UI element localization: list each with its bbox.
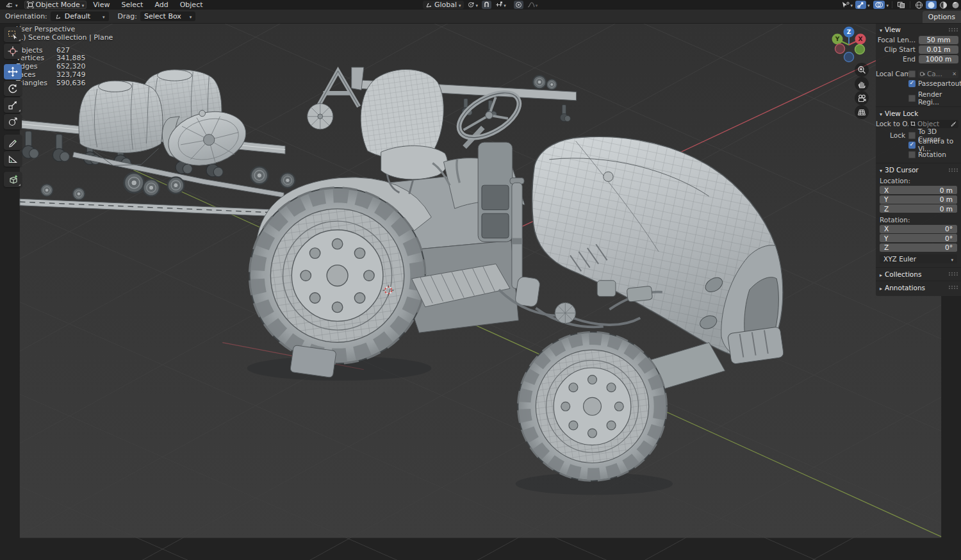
object-visibility-dropdown[interactable] (840, 1, 854, 9)
pan-button[interactable] (855, 77, 869, 91)
panel-annotations: Annotations (876, 281, 961, 294)
focal-length-field[interactable]: 50 mm (919, 36, 958, 44)
panel-annotations-header[interactable]: Annotations (876, 283, 961, 293)
show-gizmo-toggle[interactable] (855, 1, 866, 9)
passepartout-label: Passepartout (918, 79, 961, 87)
tool-move[interactable] (4, 64, 22, 79)
mode-label: Object Mode (36, 1, 80, 9)
shading-material-icon (939, 1, 948, 9)
3d-viewport-editor-icon (5, 1, 13, 8)
lock-to-object-label: Lock to O... (876, 120, 908, 128)
menu-add[interactable]: Add (149, 1, 173, 9)
tool-transform[interactable] (4, 114, 22, 129)
render-region-checkbox[interactable] (908, 95, 916, 102)
panel-view-header[interactable]: View (876, 24, 961, 35)
shading-rendered-icon (951, 1, 960, 9)
pivot-point-dropdown[interactable] (466, 1, 480, 9)
menu-object[interactable]: Object (175, 1, 208, 9)
viewport-header: Object Mode View Select Add Object Globa… (0, 0, 961, 10)
tool-select-box[interactable] (4, 27, 22, 42)
camera-view-button[interactable] (855, 91, 869, 105)
shading-solid-button[interactable] (926, 1, 937, 9)
object-mini-icon (910, 121, 916, 126)
tool-add-cube[interactable] (4, 172, 22, 187)
gizmo-x-label: X (858, 36, 863, 42)
lock-rotation-checkbox[interactable] (908, 151, 916, 158)
zoom-button[interactable] (855, 63, 869, 77)
gizmo-icon (857, 1, 865, 8)
passepartout-checkbox[interactable] (908, 80, 916, 87)
3d-viewport[interactable]: User Perspective (1) Scene Collection | … (0, 23, 961, 560)
perspective-toggle-button[interactable] (855, 105, 869, 119)
hand-icon (857, 79, 866, 88)
tool-cursor[interactable] (4, 44, 22, 59)
panel-3d-cursor: 3D Cursor Location: X0 m Y0 m Z0 m Rotat… (876, 163, 961, 268)
mode-dropdown[interactable]: Object Mode (24, 1, 87, 9)
panel-view-lock-title: View Lock (885, 110, 918, 117)
tool-annotate[interactable] (4, 135, 22, 150)
editor-type-button[interactable] (3, 1, 21, 9)
tool-rotate[interactable] (4, 81, 22, 96)
camera-icon (857, 94, 867, 103)
to-3d-cursor-checkbox[interactable] (908, 132, 916, 139)
drag-mode-dropdown[interactable]: Select Box (140, 12, 195, 21)
panel-view-lock: View Lock Lock to O... Object Lock To 3D… (876, 107, 961, 163)
view-perspective-label: User Perspective (16, 26, 113, 34)
eyedropper-icon[interactable] (951, 121, 957, 127)
cursor-location-z-field[interactable]: Z0 m (880, 204, 957, 213)
snap-toggle[interactable] (482, 1, 491, 9)
shading-wireframe-button[interactable] (914, 1, 924, 9)
clear-icon[interactable]: ✕ (952, 71, 957, 77)
cursor-location-y-field[interactable]: Y0 m (880, 195, 957, 204)
snap-target-dropdown[interactable] (494, 1, 507, 9)
panel-collections-header[interactable]: Collections (876, 269, 961, 279)
options-button[interactable]: Options (923, 11, 961, 23)
panel-drag-grip[interactable] (948, 285, 958, 290)
cursor-rotation-x-field[interactable]: X0° (880, 225, 957, 233)
xray-toggle[interactable] (896, 1, 907, 9)
object-mode-icon (27, 1, 34, 8)
camera-to-view-checkbox[interactable] (908, 142, 916, 149)
gizmo-neg-y-axis[interactable] (855, 45, 865, 54)
local-camera-field[interactable]: Ca... ✕ (918, 70, 958, 78)
panel-annotations-title: Annotations (885, 284, 925, 292)
clip-start-field[interactable]: 0.01 m (919, 45, 958, 54)
local-camera-checkbox[interactable] (908, 70, 916, 78)
panel-view-lock-header[interactable]: View Lock (876, 108, 961, 119)
gizmo-neg-z-axis[interactable] (844, 53, 854, 62)
panel-drag-grip[interactable] (948, 168, 958, 172)
lock-to-object-field[interactable]: Object (908, 120, 958, 128)
menu-select[interactable]: Select (116, 1, 148, 9)
scene-context-label: (1) Scene Collection | Plane (16, 34, 113, 42)
proportional-editing-toggle[interactable] (514, 1, 523, 9)
lock-rotation-label: Rotation (918, 151, 946, 158)
navigation-gizmo[interactable]: Z Y X (823, 26, 876, 64)
viewport-scene[interactable] (0, 23, 961, 560)
cursor-rotation-y-field[interactable]: Y0° (880, 234, 957, 242)
panel-3d-cursor-header[interactable]: 3D Cursor (876, 165, 961, 175)
transform-orientation-dropdown[interactable]: Global (423, 1, 464, 9)
viewport-stats-overlay: User Perspective (1) Scene Collection | … (16, 26, 113, 88)
panel-drag-grip[interactable] (948, 28, 958, 32)
panel-view-title: View (885, 26, 901, 33)
panel-collections-title: Collections (885, 270, 921, 278)
shading-solid-icon (927, 1, 935, 9)
panel-drag-grip[interactable] (948, 272, 958, 276)
show-overlays-toggle[interactable] (873, 1, 885, 9)
shading-rendered-button[interactable] (950, 1, 961, 9)
pivot-point-icon (468, 1, 475, 8)
menu-view[interactable]: View (88, 1, 115, 9)
tool-scale[interactable] (4, 97, 22, 113)
gizmo-z-label: Z (847, 29, 851, 35)
clip-end-label: End (876, 55, 919, 63)
clip-end-field[interactable]: 1000 m (919, 55, 958, 63)
cursor-location-x-field[interactable]: X0 m (880, 186, 957, 194)
gizmo-neg-x-axis[interactable] (835, 44, 845, 54)
proportional-falloff-dropdown[interactable] (526, 1, 539, 9)
rotation-mode-dropdown[interactable]: XYZ Euler (880, 254, 957, 263)
shading-material-button[interactable] (938, 1, 949, 9)
cursor-rotation-z-field[interactable]: Z0° (880, 243, 957, 252)
tool-measure[interactable] (4, 151, 22, 167)
orientation-default-dropdown[interactable]: Default (51, 12, 109, 21)
lock-label: Lock (876, 131, 908, 139)
